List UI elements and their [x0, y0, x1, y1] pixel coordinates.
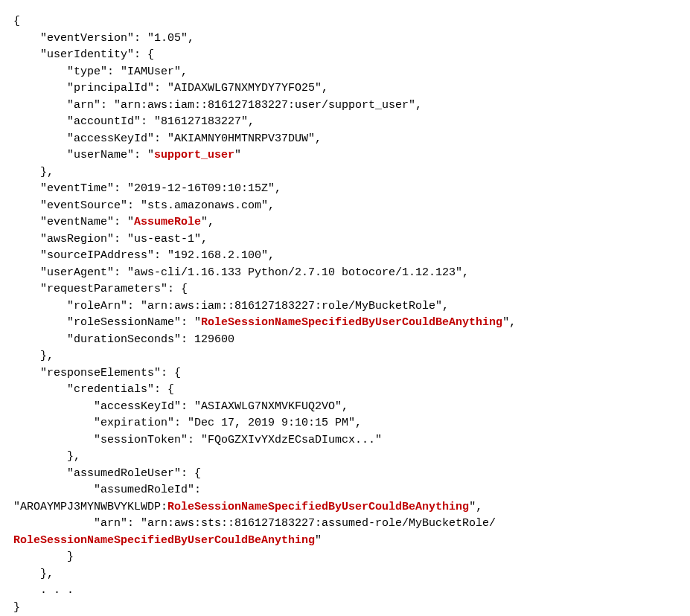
line-assumedRoleUser-close: }	[13, 551, 74, 563]
line-type: "type": "IAMUser",	[13, 65, 188, 78]
line-userIdentity-close: },	[13, 166, 54, 179]
line-responseElements-open: "responseElements": {	[13, 367, 181, 379]
line-userName-prefix: "userName": "	[13, 149, 154, 161]
line-sourceIPAddress: "sourceIPAddress": "192.168.2.100",	[13, 249, 275, 262]
line-durationSeconds: "durationSeconds": 129600	[13, 333, 234, 346]
line-roleSessionName-prefix: "roleSessionName": "	[13, 316, 201, 329]
line-credentials-open: "credentials": {	[13, 383, 174, 396]
line-assumedRoleId-val-suffix: ",	[469, 501, 482, 513]
line-eventTime: "eventTime": "2019-12-16T09:10:15Z",	[13, 182, 281, 195]
line-cred-expiration: "expiration": "Dec 17, 2019 9:10:15 PM",	[13, 417, 362, 429]
line-roleSessionName-suffix: ",	[502, 316, 516, 329]
highlight-role-session-name-1: RoleSessionNameSpecifiedByUserCouldBeAny…	[201, 316, 502, 329]
line-open-brace: {	[13, 15, 20, 28]
line-roleArn: "roleArn": "arn:aws:iam::816127183227:ro…	[13, 300, 449, 312]
line-requestParameters-close: },	[13, 350, 54, 362]
line-userAgent: "userAgent": "aws-cli/1.16.133 Python/2.…	[13, 266, 469, 279]
line-eventName-prefix: "eventName": "	[13, 216, 134, 228]
line-assumedRoleId-val-prefix: "AROAYMPJ3MYNWBVYKLWDP:	[13, 501, 167, 513]
line-cred-accessKeyId: "accessKeyId": "ASIAXWLG7NXMVKFUQ2VO",	[13, 400, 348, 413]
line-requestParameters-open: "requestParameters": {	[13, 283, 188, 295]
line-awsRegion: "awsRegion": "us-east-1",	[13, 233, 208, 246]
line-role-arn-suffix: "	[315, 534, 322, 547]
line-credentials-close: },	[13, 450, 80, 463]
line-role-arn-line1: "arn": "arn:aws:sts::816127183227:assume…	[13, 517, 496, 530]
line-assumedRoleId-key: "assumedRoleId":	[13, 484, 201, 496]
line-eventName-suffix: ",	[201, 216, 214, 228]
line-userIdentity-open: "userIdentity": {	[13, 48, 154, 61]
code-block: { "eventVersion": "1.05", "userIdentity"…	[13, 15, 516, 614]
line-close-brace: }	[13, 601, 20, 614]
line-responseElements-close: },	[13, 568, 54, 580]
line-accountId: "accountId": "816127183227",	[13, 115, 255, 128]
line-ellipsis: . . .	[13, 584, 74, 597]
highlight-role-session-name-2: RoleSessionNameSpecifiedByUserCouldBeAny…	[167, 501, 469, 513]
line-eventSource: "eventSource": "sts.amazonaws.com",	[13, 199, 275, 212]
line-userName-suffix: "	[234, 149, 241, 161]
line-principalId: "principalId": "AIDAXWLG7NXMYDY7YFO25",	[13, 82, 328, 94]
highlight-role-session-name-3: RoleSessionNameSpecifiedByUserCouldBeAny…	[13, 534, 315, 547]
line-eventVersion: "eventVersion": "1.05",	[13, 32, 194, 45]
line-arn: "arn": "arn:aws:iam::816127183227:user/s…	[13, 99, 422, 112]
line-cred-sessionToken: "sessionToken": "FQoGZXIvYXdzECsaDIumcx.…	[13, 434, 382, 446]
line-assumedRoleUser-open: "assumedRoleUser": {	[13, 467, 201, 480]
line-accessKeyId: "accessKeyId": "AKIAMNY0HMTNRPV37DUW",	[13, 132, 322, 145]
highlight-support-user: support_user	[154, 149, 234, 161]
highlight-assume-role: AssumeRole	[134, 216, 201, 228]
